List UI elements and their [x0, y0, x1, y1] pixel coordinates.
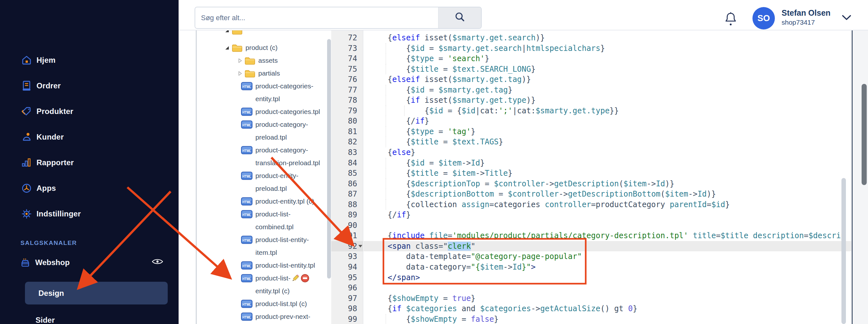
gutter-line-number: 99: [331, 314, 363, 324]
folder-icon: [244, 56, 256, 65]
tree-file-product-category-preload.tpl[interactable]: HTMLproduct-category-preload.tpl: [196, 118, 331, 144]
toggle-collapsed-icon[interactable]: [238, 58, 242, 63]
tree-file-product-list-entity.tpl[interactable]: HTMLproduct-list-entity.tpl: [196, 259, 331, 272]
indent-guide: [386, 314, 386, 324]
global-search: [195, 7, 482, 29]
code-line-85[interactable]: {$title = $item->Title}: [364, 168, 851, 179]
tree-file-product-entity.tpl (c)[interactable]: HTMLproduct-entity.tpl (c): [196, 195, 331, 208]
tree-folder-partials[interactable]: partials: [196, 67, 331, 80]
eye-icon[interactable]: [152, 258, 163, 266]
code-line-83[interactable]: {else}: [364, 147, 851, 158]
html-file-icon: HTML: [241, 81, 253, 91]
toggle-collapsed-icon[interactable]: [238, 71, 242, 76]
code-line-76[interactable]: {elseif isset($smarty.get.tag)}: [364, 74, 851, 85]
gutter-line-number: 81: [331, 126, 363, 137]
tree-folder-clipped[interactable]: [196, 30, 331, 37]
html-file-icon: HTML: [241, 145, 253, 155]
folder-icon: [244, 68, 256, 78]
tree-file-product-list.tpl (c)[interactable]: HTMLproduct-list.tpl (c): [196, 297, 331, 310]
folder-icon: [231, 30, 243, 35]
settings-icon: [21, 208, 32, 219]
svg-text:HTML: HTML: [242, 264, 251, 268]
code-line-91[interactable]: {include file='modules/product/partials/…: [364, 231, 851, 241]
code-line-86[interactable]: {$descriptionTop = $controller->getDescr…: [364, 179, 851, 189]
search-input[interactable]: [195, 7, 438, 28]
sidebar-item-indstillinger[interactable]: Indstillinger: [0, 201, 179, 227]
code-line-96[interactable]: [364, 283, 851, 293]
sidebar-item-kunder[interactable]: Kunder: [0, 124, 179, 150]
notifications-bell-icon[interactable]: [724, 11, 737, 26]
fold-marker-icon[interactable]: [359, 245, 362, 247]
code-line-77[interactable]: {$id = $smarty.get.tag}: [364, 85, 851, 95]
code-line-87[interactable]: {$descriptionBottom = $controller->getDe…: [364, 189, 851, 200]
code-line-88[interactable]: {collection assign=categories controller…: [364, 200, 851, 210]
gutter-line-number: 79: [331, 106, 363, 116]
code-line-73[interactable]: {$id = $smarty.get.search|htmlspecialcha…: [364, 43, 851, 54]
code-line-72[interactable]: {elseif isset($smarty.get.search)}: [364, 33, 851, 43]
code-line-74[interactable]: {$type = 'search'}: [364, 54, 851, 64]
folder-icon: [231, 43, 243, 53]
sidebar-item-label: Rapporter: [36, 158, 73, 167]
code-line-90[interactable]: [364, 220, 851, 231]
tree-item-label: product-categories.tpl: [255, 105, 320, 118]
code-line-98[interactable]: {if $categories and $categories->getActu…: [364, 303, 851, 314]
tree-item-label: assets: [258, 54, 278, 67]
code-line-84[interactable]: {$id = $item->Id}: [364, 158, 851, 168]
indent-guide: [404, 106, 405, 116]
tree-file-product-list-entity-item.tpl[interactable]: HTMLproduct-list-entity-item.tpl: [196, 233, 331, 259]
tree-file-product-prev-next-[interactable]: HTMLproduct-prev-next-: [196, 310, 331, 323]
svg-text:HTML: HTML: [242, 124, 251, 127]
tree-file-product-list-entity.tpl (c)[interactable]: HTMLproduct-list-entity.tpl (c): [196, 272, 331, 297]
tree-file-product-category-translation-preload.tpl[interactable]: HTMLproduct-category-translation-preload…: [196, 144, 331, 169]
sidebar-item-hjem[interactable]: Hjem: [0, 48, 179, 73]
code-line-89[interactable]: {/if}: [364, 210, 851, 220]
page-scrollbar[interactable]: [862, 84, 867, 185]
code-line-97[interactable]: {$showEmpty = true}: [364, 293, 851, 304]
sidebar-item-webshop[interactable]: Webshop: [0, 255, 179, 270]
tree-file-product-categories.tpl[interactable]: HTMLproduct-categories.tpl: [196, 105, 331, 118]
html-file-icon: HTML: [241, 299, 253, 308]
selected-text: clerk: [448, 242, 471, 251]
code-editor[interactable]: {elseif isset($smarty.get.search)} {$id …: [364, 30, 851, 324]
code-line-81[interactable]: {$type = 'tag'}: [364, 126, 851, 137]
chevron-down-icon[interactable]: [842, 15, 851, 21]
apps-icon: [21, 183, 32, 194]
code-line-94[interactable]: data-category="{$item->Id}">: [364, 262, 851, 272]
code-line-75[interactable]: {$title = $text.SEARCH_LONG}: [364, 64, 851, 75]
tree-file-product-list-combined.tpl[interactable]: HTMLproduct-list-combined.tpl: [196, 208, 331, 233]
code-line-79[interactable]: {$id = {$id|cat:';'|cat:$smarty.get.type…: [364, 106, 851, 116]
sidebar-item-label: Sider: [35, 316, 55, 324]
toggle-expanded-icon[interactable]: [225, 46, 229, 50]
gutter-line-number: 74: [331, 54, 363, 64]
avatar[interactable]: SO: [752, 7, 775, 29]
svg-text:HTML: HTML: [242, 175, 251, 178]
sidebar-item-design[interactable]: Design: [25, 282, 168, 304]
sidebar-item-ordrer[interactable]: Ordrer: [0, 73, 179, 98]
store-icon: [20, 258, 31, 267]
code-line-99[interactable]: {$showEmpty = false}: [364, 314, 851, 324]
code-line-78[interactable]: {if isset($smarty.get.type)}: [364, 95, 851, 106]
tree-folder-product (c)[interactable]: product (c): [196, 41, 331, 54]
html-file-icon: HTML: [241, 261, 253, 270]
gutter-line-number: 85: [331, 168, 363, 179]
sidebar-item-produkter[interactable]: Produkter: [0, 98, 179, 124]
search-button[interactable]: [438, 7, 481, 28]
tree-scrollbar[interactable]: [327, 39, 331, 278]
tree-folder-assets[interactable]: assets: [196, 54, 331, 67]
tree-file-product-entity-preload.tpl[interactable]: HTMLproduct-entity-preload.tpl: [196, 169, 331, 195]
code-line-92[interactable]: <span class="clerk": [364, 241, 851, 252]
code-line-93[interactable]: data-template="@category-page-popular": [364, 251, 851, 262]
tree-item-label: product-entity-preload.tpl: [255, 169, 298, 195]
sidebar-item-sider[interactable]: Sider: [0, 313, 179, 324]
gutter-line-number: 92: [331, 241, 363, 252]
tree-file-product-categories-entity.tpl[interactable]: HTMLproduct-categories-entity.tpl: [196, 80, 331, 105]
code-line-95[interactable]: </span>: [364, 272, 851, 283]
gutter-line-number: 77: [331, 85, 363, 95]
code-line-82[interactable]: {$title = $text.TAGS}: [364, 137, 851, 147]
sidebar-item-apps[interactable]: Apps: [0, 175, 179, 201]
code-line-80[interactable]: {/if}: [364, 116, 851, 126]
editor-scrollbar[interactable]: [841, 178, 846, 324]
gutter-line-number: 95: [331, 272, 363, 283]
toggle-expanded-icon[interactable]: [225, 30, 229, 33]
sidebar-item-rapporter[interactable]: Rapporter: [0, 150, 179, 175]
